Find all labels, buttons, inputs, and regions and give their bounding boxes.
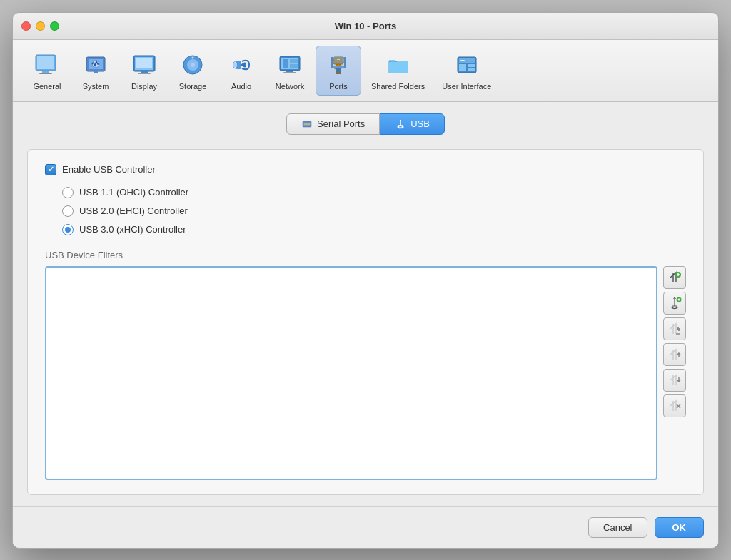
- filters-header-label: USB Device Filters: [45, 250, 123, 260]
- svg-point-51: [308, 123, 311, 125]
- footer: Cancel OK: [13, 506, 718, 548]
- radio-usb20[interactable]: USB 2.0 (EHCI) Controller: [62, 205, 686, 217]
- toolbar-item-user-interface-label: User Interface: [442, 82, 491, 91]
- svg-rect-7: [94, 71, 98, 73]
- svg-rect-27: [283, 72, 296, 73]
- ports-icon: [324, 51, 353, 79]
- usb-tab-label: USB: [410, 118, 430, 129]
- edit-usb-filter-icon: [667, 322, 682, 336]
- svg-point-59: [672, 306, 674, 308]
- toolbar-item-storage[interactable]: Storage: [170, 46, 216, 95]
- svg-rect-10: [141, 71, 148, 73]
- add-usb-filter-icon: [667, 270, 682, 285]
- radio-usb30-circle: [62, 224, 74, 235]
- radio-usb30-label: USB 3.0 (xHCI) Controller: [79, 224, 186, 235]
- svg-rect-40: [344, 57, 346, 68]
- edit-usb-filter-button[interactable]: [663, 317, 686, 340]
- main-window: Win 10 - Ports General: [12, 12, 719, 549]
- toolbar-item-display[interactable]: Display: [121, 46, 167, 95]
- toolbar-item-shared-folders-label: Shared Folders: [371, 82, 425, 91]
- add-usb-device-button[interactable]: [663, 292, 686, 315]
- add-usb-filter-button[interactable]: [663, 266, 686, 289]
- checkmark-icon: ✓: [48, 166, 54, 173]
- system-icon: [81, 51, 110, 79]
- toolbar-item-system[interactable]: System: [73, 46, 119, 95]
- minimize-button[interactable]: [36, 21, 45, 31]
- svg-point-53: [402, 126, 404, 128]
- toolbar-item-audio-label: Audio: [231, 82, 251, 91]
- ok-button[interactable]: OK: [655, 517, 705, 538]
- toolbar-item-ports[interactable]: Ports: [316, 46, 361, 96]
- network-icon: [276, 51, 304, 79]
- toolbar-item-general-label: General: [33, 82, 61, 91]
- close-button[interactable]: [21, 21, 31, 31]
- audio-icon: [227, 51, 256, 79]
- toolbar-item-ports-label: Ports: [329, 82, 348, 91]
- remove-filter-icon: [667, 399, 682, 413]
- toolbar-item-audio[interactable]: Audio: [218, 46, 264, 95]
- toolbar-item-user-interface[interactable]: User Interface: [435, 46, 498, 95]
- move-up-icon: [667, 347, 682, 362]
- window-title: Win 10 - Ports: [335, 21, 397, 31]
- toolbar-item-storage-label: Storage: [179, 82, 207, 91]
- radio-usb20-circle: [62, 205, 74, 217]
- move-up-button[interactable]: [663, 343, 686, 366]
- maximize-button[interactable]: [50, 21, 59, 31]
- toolbar-item-general[interactable]: General: [24, 46, 70, 95]
- svg-rect-12: [136, 58, 152, 68]
- toolbar-item-shared-folders[interactable]: Shared Folders: [364, 46, 432, 95]
- usb-settings-section: ✓ Enable USB Controller USB 1.1 (OHCI) C…: [27, 149, 704, 495]
- window-controls: [21, 21, 59, 31]
- radio-usb11-label: USB 1.1 (OHCI) Controller: [79, 187, 188, 198]
- general-icon: [33, 51, 61, 79]
- svg-rect-47: [460, 60, 465, 61]
- svg-rect-24: [290, 59, 298, 63]
- svg-rect-44: [459, 64, 466, 71]
- tab-bar: Serial Ports USB: [27, 113, 704, 135]
- titlebar: Win 10 - Ports: [13, 13, 718, 40]
- filters-header: USB Device Filters: [45, 250, 686, 260]
- svg-rect-41: [336, 68, 341, 73]
- cancel-button[interactable]: Cancel: [588, 517, 647, 538]
- toolbar: General System: [13, 40, 718, 102]
- display-icon: [130, 51, 158, 79]
- enable-usb-label: Enable USB Controller: [62, 164, 156, 175]
- add-usb-device-icon: [667, 296, 682, 310]
- svg-rect-38: [332, 66, 345, 68]
- svg-rect-1: [37, 56, 54, 69]
- content-area: Serial Ports USB ✓ Enable USB Co: [13, 102, 718, 506]
- svg-line-20: [233, 67, 236, 69]
- toolbar-item-network-label: Network: [276, 82, 304, 91]
- svg-rect-25: [290, 64, 298, 68]
- svg-point-60: [676, 306, 678, 308]
- usb-device-filters-section: USB Device Filters: [45, 250, 686, 480]
- user-interface-icon: [453, 51, 481, 79]
- svg-point-16: [192, 56, 194, 58]
- usb-radio-group: USB 1.1 (OHCI) Controller USB 2.0 (EHCI)…: [45, 187, 686, 235]
- svg-point-49: [304, 123, 306, 125]
- svg-rect-37: [332, 61, 345, 63]
- toolbar-item-network[interactable]: Network: [267, 46, 313, 95]
- svg-rect-3: [39, 73, 52, 74]
- tab-usb[interactable]: USB: [380, 113, 445, 135]
- enable-usb-checkbox[interactable]: ✓: [45, 164, 56, 175]
- filters-actions: [663, 266, 686, 417]
- radio-usb20-label: USB 2.0 (EHCI) Controller: [79, 205, 188, 216]
- tab-serial-ports[interactable]: Serial Ports: [286, 113, 380, 135]
- serial-ports-tab-icon: [301, 118, 313, 130]
- shared-folders-icon: [384, 51, 413, 79]
- svg-rect-18: [233, 63, 237, 67]
- radio-usb30[interactable]: USB 3.0 (xHCI) Controller: [62, 224, 686, 235]
- usb-filters-list[interactable]: [45, 266, 657, 480]
- svg-rect-11: [138, 73, 151, 74]
- serial-ports-tab-label: Serial Ports: [317, 118, 365, 129]
- remove-filter-button[interactable]: [663, 394, 686, 417]
- svg-rect-36: [332, 57, 345, 59]
- svg-rect-26: [286, 71, 293, 72]
- svg-line-19: [233, 61, 236, 63]
- move-down-button[interactable]: [663, 369, 686, 392]
- radio-usb11[interactable]: USB 1.1 (OHCI) Controller: [62, 187, 686, 198]
- enable-usb-row: ✓ Enable USB Controller: [45, 164, 686, 175]
- svg-rect-46: [468, 68, 475, 71]
- toolbar-item-display-label: Display: [131, 82, 157, 91]
